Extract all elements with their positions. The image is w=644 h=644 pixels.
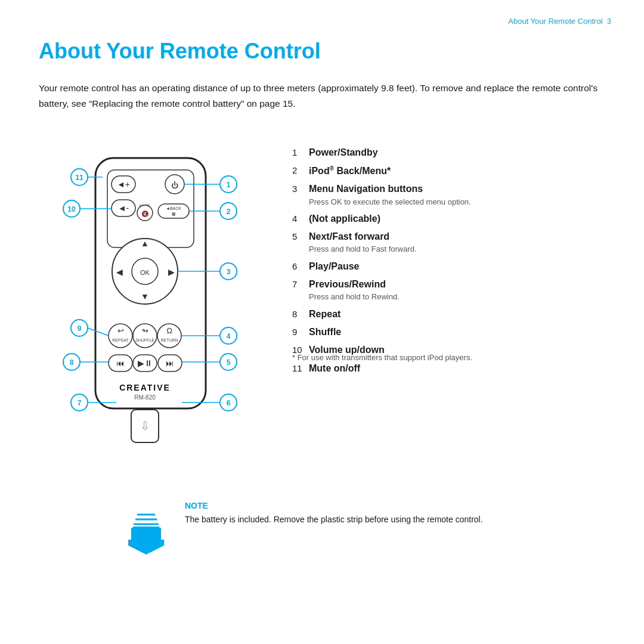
note-text: The battery is included. Remove the plas… <box>185 513 605 527</box>
footnote-text: * For use with transmitters that support… <box>292 352 611 364</box>
remote-diagram: ◄+ ⏻ ◄- MLTE 🔇 ◄BACK ▦ OK ▲ ▼ ◀ ▶ ↩ REPE… <box>39 146 271 492</box>
list-item-9: 9 Shuffle <box>292 326 611 339</box>
svg-text:4: 4 <box>227 332 231 340</box>
svg-text:8: 8 <box>70 358 74 367</box>
intro-paragraph: Your remote control has an operating dis… <box>39 80 605 111</box>
list-item-6: 6 Play/Pause <box>292 260 611 273</box>
svg-text:↩: ↩ <box>117 326 124 335</box>
svg-text:◄+: ◄+ <box>117 179 130 189</box>
svg-text:⏭: ⏭ <box>166 358 174 368</box>
svg-text:◄BACK: ◄BACK <box>166 206 181 210</box>
page-title: About Your Remote Control <box>39 39 321 64</box>
svg-text:Ω: Ω <box>166 326 172 335</box>
svg-text:▶: ▶ <box>168 267 175 277</box>
list-item-8: 8 Repeat <box>292 308 611 321</box>
svg-text:1: 1 <box>227 181 231 189</box>
svg-text:⏻: ⏻ <box>171 181 178 190</box>
svg-text:2: 2 <box>227 208 231 216</box>
svg-text:↬: ↬ <box>142 326 148 335</box>
svg-text:RETURN: RETURN <box>160 338 178 342</box>
page-header: About Your Remote Control 3 <box>508 17 611 26</box>
svg-text:9: 9 <box>78 324 82 333</box>
list-item-5: 5 Next/Fast forward Press and hold to Fa… <box>292 230 611 255</box>
svg-text:7: 7 <box>78 399 82 407</box>
svg-text:▶⏸: ▶⏸ <box>138 358 153 368</box>
note-label: NOTE <box>185 501 605 510</box>
button-list: 1 Power/Standby 2 iPod® Back/Menu* 3 Men… <box>292 146 611 380</box>
svg-text:CREATIVE: CREATIVE <box>119 383 171 392</box>
page-number: 3 <box>607 17 611 26</box>
svg-text:REPEAT: REPEAT <box>112 338 129 342</box>
list-item-4: 4 (Not applicable) <box>292 212 611 225</box>
svg-text:6: 6 <box>227 399 231 407</box>
svg-marker-77 <box>128 527 164 553</box>
list-item-2: 2 iPod® Back/Menu* <box>292 164 611 178</box>
svg-text:SHUFFLE: SHUFFLE <box>135 338 154 342</box>
svg-text:5: 5 <box>227 358 231 367</box>
svg-text:▼: ▼ <box>141 292 149 301</box>
svg-text:OK: OK <box>140 269 150 276</box>
list-item-7: 7 Previous/Rewind Press and hold to Rewi… <box>292 278 611 303</box>
svg-text:▦: ▦ <box>172 212 176 216</box>
svg-text:11: 11 <box>75 174 83 182</box>
list-item-1: 1 Power/Standby <box>292 146 611 159</box>
svg-text:10: 10 <box>67 205 76 213</box>
svg-text:◀: ◀ <box>116 267 123 277</box>
svg-text:3: 3 <box>227 268 231 276</box>
note-section: NOTE The battery is included. Remove the… <box>185 501 605 527</box>
breadcrumb-text: About Your Remote Control <box>508 17 602 26</box>
svg-text:⏮: ⏮ <box>116 358 125 368</box>
svg-text:⇩: ⇩ <box>140 419 150 432</box>
svg-text:RM-820: RM-820 <box>134 394 156 401</box>
svg-text:▲: ▲ <box>141 239 149 248</box>
list-item-3: 3 Menu Navigation buttons Press OK to ex… <box>292 182 611 208</box>
list-item-11: 11 Mute on/off <box>292 362 611 375</box>
big-arrow-icon <box>128 510 164 556</box>
svg-text:◄-: ◄- <box>118 203 129 213</box>
svg-text:🔇: 🔇 <box>141 210 149 218</box>
